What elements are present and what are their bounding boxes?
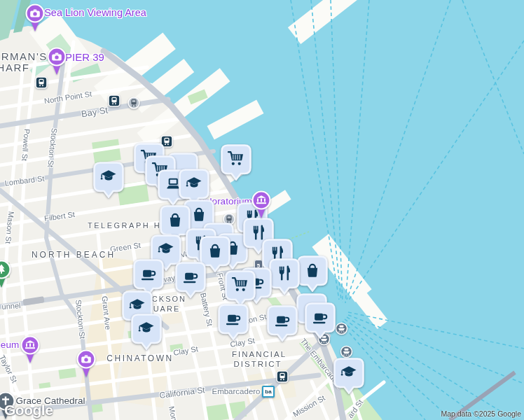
- street-label: Embarcadero: [212, 387, 260, 396]
- map-badge: ba: [262, 386, 275, 398]
- poi-label[interactable]: PIER 39: [65, 51, 104, 63]
- street-label: unnel: [1, 301, 21, 311]
- map-marker-grad[interactable]: [93, 162, 124, 201]
- poi-pin-park-icon[interactable]: [0, 259, 13, 293]
- transit-station-icon[interactable]: [276, 370, 289, 386]
- map-marker-fork[interactable]: [269, 258, 300, 298]
- map-marker-coffee[interactable]: [218, 304, 249, 343]
- area-label: NORTH BEACH: [32, 250, 116, 260]
- area-label: HARF: [0, 62, 29, 74]
- poi-pin-camera-icon[interactable]: [23, 3, 47, 36]
- poi-pin-camera-icon[interactable]: [45, 46, 69, 80]
- area-label: FINANCIAL: [232, 350, 287, 358]
- area-label: CHINATOWN: [106, 354, 173, 363]
- area-label: DISTRICT: [233, 360, 282, 368]
- area-label: ERMAN'S: [0, 50, 48, 62]
- transit-stop-icon[interactable]: [127, 97, 140, 112]
- map-marker-grad[interactable]: [131, 314, 162, 353]
- transit-station-icon[interactable]: [108, 94, 120, 110]
- map-marker-bag[interactable]: [297, 255, 328, 295]
- poi-pin-museum-icon[interactable]: [249, 190, 273, 223]
- map-attribution: Map data ©2025 Google: [441, 410, 521, 418]
- google-logo[interactable]: Google: [4, 402, 53, 419]
- map-canvas[interactable]: North Point StBay StLombard StFilbert St…: [0, 0, 524, 420]
- map-marker-coffee[interactable]: [305, 302, 336, 342]
- map-marker-coffee[interactable]: [267, 305, 298, 344]
- poi-pin-museum-icon[interactable]: [18, 335, 42, 368]
- poi-label[interactable]: Sea Lion Viewing Area: [44, 7, 146, 18]
- poi-pin-camera-icon[interactable]: [74, 349, 98, 382]
- map-marker-coffee[interactable]: [175, 262, 206, 301]
- map-marker-cart[interactable]: [221, 144, 251, 183]
- map-marker-grad[interactable]: [333, 358, 364, 397]
- ferry-terminal-icon[interactable]: [335, 322, 348, 338]
- poi-label[interactable]: eum: [1, 340, 19, 350]
